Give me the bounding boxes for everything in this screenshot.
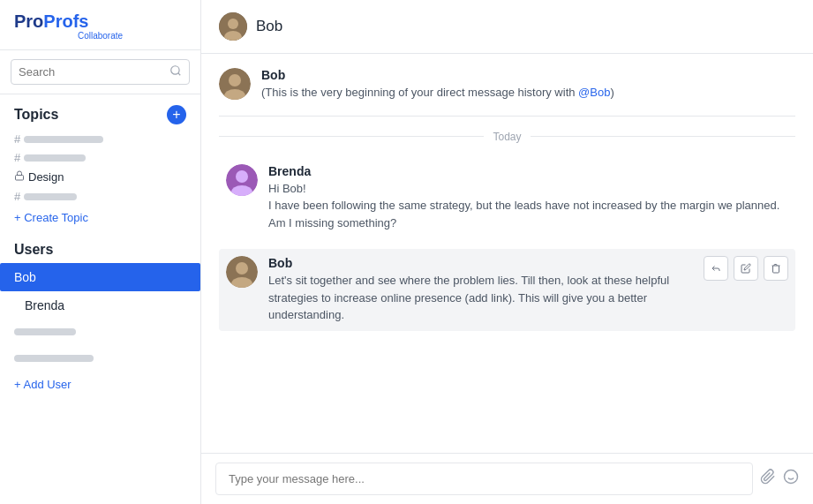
delete-button[interactable]	[764, 256, 788, 281]
date-divider: Today	[219, 131, 795, 143]
logo: ProProfs Collaborate	[14, 12, 186, 41]
svg-point-10	[236, 170, 248, 183]
topic-item[interactable]: #	[14, 187, 186, 206]
attachment-icon[interactable]	[760, 469, 776, 489]
brenda-msg-text: Hi Bob!I have been following the same st…	[268, 180, 788, 232]
bob-reply-avatar	[226, 256, 258, 288]
hash-icon: #	[14, 132, 20, 146]
svg-line-1	[178, 73, 181, 76]
users-section: Users Bob Brenda + Add User	[0, 231, 200, 398]
history-text-prefix: (This is the very beginning of your dire…	[261, 86, 578, 99]
search-input[interactable]	[19, 65, 169, 79]
sidebar: ProProfs Collaborate Topics + # #	[0, 0, 201, 504]
message-row-bob: Bob Let's sit together and see where the…	[219, 249, 795, 331]
logo-profs: Profs	[43, 11, 88, 31]
topics-section: Topics + # # Design # + Create Topic	[0, 94, 200, 231]
bob-msg-content: Bob Let's sit together and see where the…	[268, 256, 693, 324]
topic-bar	[24, 136, 103, 143]
search-icon	[169, 64, 182, 79]
history-msg-name: Bob	[261, 68, 795, 82]
users-title: Users	[14, 242, 53, 258]
user-bar	[14, 328, 76, 335]
add-user-link[interactable]: + Add User	[14, 372, 72, 395]
history-msg-text: (This is the very beginning of your dire…	[261, 84, 795, 102]
logo-area: ProProfs Collaborate	[0, 0, 200, 50]
topic-bar	[24, 154, 86, 162]
date-line-right	[531, 136, 795, 137]
logo-pro: Pro	[14, 11, 43, 31]
topic-bar	[24, 193, 77, 200]
history-text-suffix: )	[610, 86, 614, 99]
message-actions	[704, 256, 788, 281]
history-msg-content: Bob (This is the very beginning of your …	[261, 68, 795, 102]
bob-msg-text: Let's sit together and see where the pro…	[268, 272, 693, 324]
user-item-brenda[interactable]: Brenda	[14, 291, 186, 320]
chat-header-name: Bob	[256, 18, 282, 35]
chat-header: Bob	[201, 0, 813, 54]
users-header: Users	[14, 242, 186, 258]
topics-title: Topics	[14, 107, 58, 123]
history-mention: @Bob	[578, 86, 610, 99]
add-topic-button[interactable]: +	[167, 105, 186, 124]
svg-point-0	[171, 66, 179, 74]
svg-point-15	[785, 470, 798, 484]
chat-area: Bob Bob (This is the very beginning of y…	[201, 0, 813, 504]
svg-point-13	[236, 262, 248, 275]
brenda-msg-name: Brenda	[268, 164, 788, 178]
header-avatar	[219, 12, 247, 41]
topic-item[interactable]: #	[14, 148, 186, 167]
date-label: Today	[493, 131, 521, 143]
history-message: Bob (This is the very beginning of your …	[219, 68, 795, 117]
create-topic-link[interactable]: + Create Topic	[14, 206, 88, 228]
message-input[interactable]	[215, 463, 753, 495]
search-area	[0, 50, 200, 94]
chat-input-area	[201, 453, 813, 504]
reply-button[interactable]	[704, 256, 728, 281]
hash-icon: #	[14, 190, 20, 203]
logo-collaborate: Collaborate	[14, 32, 186, 41]
design-topic-label: Design	[28, 170, 64, 184]
date-line-left	[219, 136, 484, 137]
topics-header: Topics +	[14, 105, 186, 124]
brenda-avatar	[226, 164, 258, 196]
message-row-brenda: Brenda Hi Bob!I have been following the …	[219, 157, 795, 239]
design-topic[interactable]: Design	[14, 167, 186, 187]
brenda-msg-content: Brenda Hi Bob!I have been following the …	[268, 164, 788, 232]
topic-item[interactable]: #	[14, 130, 186, 148]
bob-avatar	[219, 68, 251, 100]
chat-messages: Bob (This is the very beginning of your …	[201, 54, 813, 453]
bob-msg-name: Bob	[268, 256, 693, 270]
user-item-bob[interactable]: Bob	[0, 263, 200, 291]
edit-button[interactable]	[734, 256, 758, 281]
svg-point-7	[229, 74, 241, 87]
hash-icon: #	[14, 151, 20, 164]
search-box[interactable]	[11, 59, 190, 85]
lock-icon	[14, 169, 25, 184]
header-avatar-svg	[219, 12, 247, 41]
svg-point-4	[228, 19, 238, 29]
emoji-icon[interactable]	[783, 469, 799, 489]
input-icons	[760, 469, 799, 489]
user-bar	[14, 355, 94, 362]
svg-rect-2	[16, 176, 24, 181]
